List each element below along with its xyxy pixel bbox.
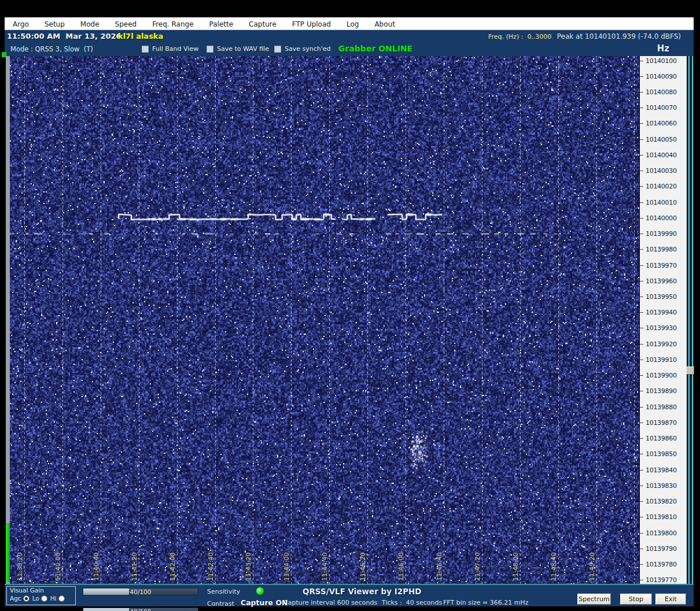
tick-mark — [640, 139, 643, 140]
frequency-label: 10139950 — [646, 293, 677, 301]
frequency-label: 10139940 — [646, 309, 677, 316]
menu-item[interactable]: Mode — [80, 20, 100, 28]
frequency-label: 10140050 — [646, 136, 677, 143]
capture-active-indicator — [256, 587, 264, 595]
capture-progress-fill — [6, 523, 10, 582]
tick-mark — [640, 438, 643, 439]
frequency-offset-thumb[interactable] — [686, 366, 694, 375]
frequency-label: 10139820 — [646, 498, 677, 505]
gain-radio-option[interactable]: Agc — [10, 595, 30, 602]
frequency-label: 10140000 — [646, 214, 677, 222]
frequency-label: 10139870 — [646, 419, 677, 427]
tick-mark — [640, 265, 643, 266]
checkbox-full-band-view[interactable]: Full Band View — [142, 45, 198, 53]
spectrum-button[interactable]: Spectrum — [577, 594, 611, 605]
checkbox-save-wav[interactable]: Save to WAV file — [207, 45, 269, 53]
checkbox-icon[interactable] — [274, 46, 281, 53]
capture-interval-label: Capture interval 600 seconds — [283, 599, 377, 606]
contrast-slider[interactable]: 40/100 — [83, 608, 198, 611]
frequency-label: 10140080 — [646, 88, 677, 96]
tick-mark — [640, 186, 643, 187]
menu-item[interactable]: FTP Upload — [292, 20, 331, 28]
frequency-label: 10139920 — [646, 340, 677, 348]
frequency-tick-row: 10139990 — [640, 231, 687, 238]
frequency-tick-row: 10140090 — [640, 73, 687, 80]
frequency-tick-row: 10139850 — [640, 451, 687, 458]
tick-mark — [640, 249, 643, 250]
tick-mark — [640, 234, 643, 234]
gain-radio-option[interactable]: Hi — [50, 595, 65, 602]
menu-item[interactable]: Setup — [45, 20, 65, 28]
stop-button[interactable]: Stop — [620, 594, 652, 605]
tick-mark — [640, 470, 643, 471]
datetime-label: 11:50:00 AM Mar 13, 2026 — [7, 32, 121, 40]
tick-mark — [640, 423, 643, 423]
hz-unit-label: Hz — [657, 43, 669, 54]
checkbox-save-synched[interactable]: Save synch'ed — [274, 45, 331, 53]
frequency-tick-row: 10139910 — [640, 356, 687, 363]
frequency-label: 10139850 — [646, 450, 677, 458]
menu-item[interactable]: Log — [347, 20, 359, 28]
tick-mark — [640, 297, 643, 297]
tick-mark — [640, 218, 643, 219]
frequency-tick-row: 10140080 — [640, 88, 687, 95]
menu-item[interactable]: Argo — [13, 20, 29, 28]
menu-item[interactable]: Capture — [249, 20, 277, 28]
tick-mark — [640, 517, 643, 517]
menu-item[interactable]: Speed — [115, 20, 137, 28]
frequency-tick-row: 10140010 — [640, 199, 687, 206]
frequency-label: 10139880 — [646, 403, 677, 411]
frequency-tick-row: 10140020 — [640, 183, 687, 190]
frequency-label: 10139800 — [646, 529, 677, 537]
tick-mark — [640, 533, 643, 534]
radio-button[interactable] — [41, 595, 47, 602]
frequency-tick-row: 10139830 — [640, 482, 687, 489]
frequency-tick-row: 10139920 — [640, 340, 687, 347]
frequency-tick-row: 10139890 — [640, 388, 687, 395]
checkbox-label: Save to WAV file — [217, 45, 269, 53]
frequency-label: 10139990 — [646, 230, 677, 238]
app-title: QRSS/VLF Viewer by I2PHD — [303, 587, 422, 596]
frequency-tick-row: 10139980 — [640, 246, 687, 253]
frequency-label: 10139810 — [646, 513, 677, 521]
frequency-label: 10139830 — [646, 482, 677, 490]
tick-mark — [640, 202, 643, 203]
frequency-label: 10140100 — [646, 57, 677, 65]
slider-value: 40/100 — [83, 608, 198, 611]
exit-button[interactable]: Exit — [655, 594, 686, 605]
frequency-label: 10140070 — [646, 104, 677, 112]
radio-button[interactable] — [23, 595, 30, 602]
menu-item[interactable]: Freq. Range — [152, 20, 193, 28]
frequency-offset-track[interactable] — [687, 56, 694, 585]
radio-button[interactable] — [58, 595, 65, 602]
frequency-label: 10139780 — [646, 561, 677, 568]
frequency-tick-row: 10139770 — [640, 577, 687, 584]
frequency-tick-row: 10140050 — [640, 136, 687, 143]
menu-item[interactable]: About — [374, 20, 395, 28]
frequency-label: 10139890 — [646, 387, 677, 395]
tick-mark — [640, 171, 643, 171]
radio-label: Lo — [32, 595, 39, 602]
status-bar: Visual Gain Agc Lo Hi 40/100 40/100 Sens… — [5, 584, 694, 606]
frequency-tick-row: 10139900 — [640, 372, 687, 379]
tick-mark — [640, 61, 643, 61]
frequency-tick-row: 10140040 — [640, 151, 687, 158]
frequency-label: 10139910 — [646, 356, 677, 364]
title-row: 11:50:00 AM Mar 13, 2026 kl7l alaska Fre… — [5, 30, 694, 43]
frequency-label: 10139980 — [646, 246, 677, 253]
frequency-tick-row: 10140030 — [640, 168, 687, 175]
frequency-tick-row: 10139780 — [640, 561, 687, 568]
tick-mark — [640, 391, 643, 391]
checkbox-icon[interactable] — [142, 46, 149, 53]
frequency-tick-row: 10140070 — [640, 105, 687, 112]
tick-mark — [640, 328, 643, 328]
mode-row: Mode : QRSS 3, Slow (T) Full Band View S… — [5, 43, 694, 56]
menu-item[interactable]: Palette — [209, 20, 234, 28]
waterfall-display[interactable] — [10, 56, 639, 585]
frequency-label: 10140030 — [646, 167, 677, 175]
frequency-tick-row: 10139950 — [640, 294, 687, 301]
sensitivity-slider[interactable]: 40/100 — [83, 588, 198, 595]
gain-radio-option[interactable]: Lo — [32, 595, 47, 602]
checkbox-icon[interactable] — [207, 46, 213, 53]
tick-mark — [640, 76, 643, 77]
